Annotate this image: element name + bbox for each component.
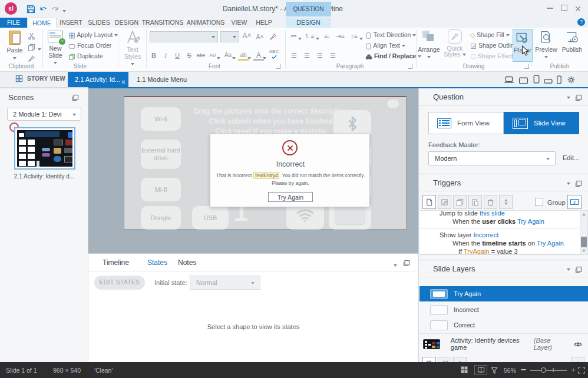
- initial-state-dropdown[interactable]: Normal: [190, 276, 260, 290]
- decrease-indent-button[interactable]: ≡˖: [322, 31, 332, 41]
- quick-styles-button[interactable]: Quick Styles: [442, 29, 468, 57]
- notes-view-icon[interactable]: [474, 365, 487, 375]
- delete-trigger-button[interactable]: [484, 195, 497, 209]
- slide-layers-panel-icon[interactable]: [575, 266, 582, 273]
- drawing-dialog-launcher[interactable]: [524, 64, 529, 69]
- group-checkbox[interactable]: [535, 198, 543, 206]
- text-styles-button[interactable]: Text Styles: [120, 29, 145, 67]
- paste-trigger-button[interactable]: [468, 195, 482, 209]
- italic-button[interactable]: I: [160, 51, 171, 61]
- preview-phone-portrait-icon[interactable]: [556, 75, 562, 84]
- underline-button[interactable]: U: [172, 51, 183, 61]
- zoom-out-button[interactable]: [521, 369, 526, 370]
- slide-view-button[interactable]: Slide View: [504, 112, 579, 134]
- edit-states-button[interactable]: EDIT STATES: [94, 276, 145, 290]
- help-icon[interactable]: ?: [577, 18, 585, 26]
- layer-row-base[interactable]: Activity: Identify devices game (Base La…: [419, 335, 588, 353]
- trigger-order-spinner[interactable]: [499, 195, 513, 209]
- numbering-caret[interactable]: [316, 35, 319, 42]
- paste-button[interactable]: Paste: [4, 29, 26, 61]
- tab-home[interactable]: HOME: [27, 18, 57, 28]
- paragraph-dialog-launcher[interactable]: [408, 64, 412, 69]
- preview-phone-landscape-icon[interactable]: [544, 77, 553, 84]
- trigger-list-scrollbar[interactable]: [580, 210, 588, 255]
- cut-icon[interactable]: [26, 31, 37, 41]
- manage-variables-button[interactable]: x: [567, 195, 582, 209]
- text-direction-button[interactable]: Text Direction: [365, 31, 416, 39]
- find-replace-button[interactable]: Find / Replace: [365, 52, 421, 60]
- slide-thumbnail[interactable]: [14, 127, 75, 170]
- font-dialog-launcher[interactable]: [276, 64, 280, 69]
- format-painter-icon[interactable]: [26, 53, 37, 63]
- grow-font-icon[interactable]: A˄: [242, 31, 252, 41]
- clear-formatting-icon[interactable]: [267, 31, 278, 41]
- tab-insert[interactable]: INSERT: [57, 18, 85, 28]
- save-icon[interactable]: [27, 5, 35, 14]
- redo-icon[interactable]: [51, 5, 60, 14]
- tab-file[interactable]: FILE: [0, 18, 27, 28]
- zoom-in-button[interactable]: +: [572, 366, 575, 373]
- align-left-button[interactable]: ☰: [289, 51, 299, 61]
- tab-animations[interactable]: ANIMATIONS: [184, 18, 227, 28]
- copy-icon[interactable]: [26, 42, 37, 52]
- bullets-caret[interactable]: [298, 35, 302, 42]
- try-again-button[interactable]: Try Again: [268, 192, 313, 202]
- close-button[interactable]: [575, 5, 581, 12]
- numbering-button[interactable]: ⒈≡: [304, 31, 315, 41]
- layer-row-try-again[interactable]: Try Again: [419, 286, 588, 301]
- bold-button[interactable]: B: [148, 51, 159, 61]
- preview-settings-gear-icon[interactable]: [567, 75, 576, 84]
- preview-laptop-icon[interactable]: [504, 75, 514, 84]
- tab-view[interactable]: VIEW: [227, 18, 252, 28]
- tab-transitions[interactable]: TRANSITIONS: [141, 18, 184, 28]
- strikethrough-button[interactable]: abc: [196, 51, 206, 61]
- undo-icon[interactable]: [39, 5, 48, 14]
- trigger-item-show-layer[interactable]: Show layer Incorrect When the timeline s…: [419, 228, 580, 255]
- story-view-toggle-icon[interactable]: [460, 366, 468, 374]
- character-spacing-caret[interactable]: [217, 54, 220, 61]
- edit-trigger-button[interactable]: [438, 195, 451, 209]
- quick-access-toolbar-menu[interactable]: [62, 7, 66, 14]
- zoom-slider-track[interactable]: [530, 370, 567, 371]
- preview-tablet-landscape-icon[interactable]: [518, 76, 528, 84]
- apply-layout-button[interactable]: Apply Layout: [68, 31, 118, 39]
- form-view-button[interactable]: Form View: [428, 112, 504, 134]
- question-menu-caret[interactable]: [567, 97, 570, 99]
- change-case-caret[interactable]: [232, 54, 236, 61]
- new-trigger-button[interactable]: [422, 195, 436, 209]
- line-spacing-button[interactable]: ↕≡: [349, 31, 359, 41]
- tab-notes[interactable]: Notes: [178, 258, 196, 267]
- question-panel-icon[interactable]: [575, 94, 582, 101]
- story-view-tab[interactable]: STORY VIEW: [15, 75, 65, 82]
- tab-slides[interactable]: SLIDES: [85, 18, 113, 28]
- filter-icon[interactable]: [491, 366, 498, 374]
- slide-tab-other[interactable]: 1.1 Module Menu: [128, 72, 193, 87]
- font-color-caret[interactable]: [263, 54, 266, 61]
- tab-timeline[interactable]: Timeline: [103, 258, 129, 267]
- slide-layers-menu-caret[interactable]: [567, 268, 570, 271]
- scenes-panel-icon[interactable]: [72, 94, 79, 101]
- highlight-color-caret[interactable]: [247, 54, 251, 61]
- focus-order-button[interactable]: Focus Order: [68, 42, 111, 49]
- shrink-font-icon[interactable]: A˄: [255, 32, 265, 42]
- shape-effect-button[interactable]: ▢ Shape Effect: [470, 52, 518, 59]
- copy-trigger-button[interactable]: [453, 195, 467, 209]
- font-name-combobox[interactable]: [150, 31, 218, 42]
- justify-button[interactable]: ☰: [328, 51, 338, 61]
- layer-row-correct[interactable]: Correct: [419, 317, 588, 333]
- slide-stage[interactable]: Drag the pictures onto the correct descr…: [124, 96, 407, 230]
- increase-indent-button[interactable]: ⇥≡: [335, 31, 345, 41]
- publish-button[interactable]: Publish: [560, 29, 584, 53]
- preview-tablet-portrait-icon[interactable]: [533, 75, 540, 84]
- tab-design[interactable]: DESIGN: [113, 18, 141, 28]
- duplicate-button[interactable]: Duplicate: [68, 52, 103, 60]
- copy-menu-caret[interactable]: [38, 45, 41, 52]
- minimize-button[interactable]: [547, 8, 553, 9]
- states-panel-menu-caret[interactable]: [394, 261, 397, 268]
- scrollbar-thumb[interactable]: [581, 237, 587, 247]
- slide-tab-active[interactable]: 2.1 Activity: Id...: [68, 72, 128, 87]
- triggers-panel-icon[interactable]: [575, 180, 582, 187]
- line-spacing-caret[interactable]: [359, 35, 363, 42]
- tab-question-design[interactable]: DESIGN: [286, 18, 331, 28]
- layer-row-incorrect[interactable]: Incorrect: [419, 302, 588, 317]
